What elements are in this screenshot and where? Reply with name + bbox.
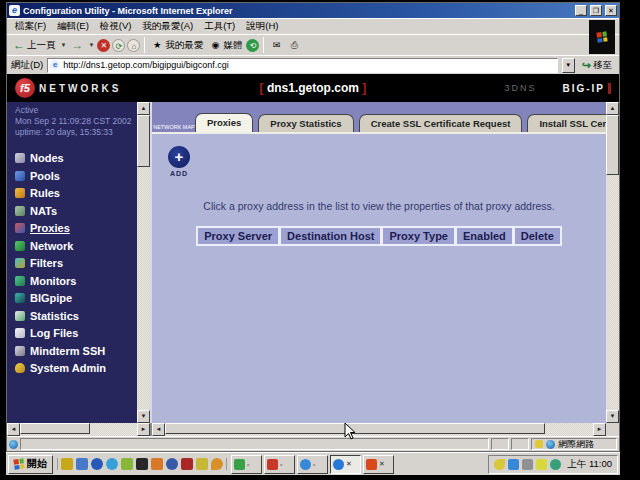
refresh-button[interactable]: ⟳ bbox=[112, 39, 125, 52]
back-button[interactable]: ← 上一頁 bbox=[11, 37, 58, 53]
menu-tools[interactable]: 工具(T) bbox=[204, 20, 235, 33]
quicklaunch-icon-10[interactable] bbox=[196, 458, 208, 470]
forward-button[interactable]: → bbox=[69, 37, 85, 53]
browser-window: e Configuration Utility - Microsoft Inte… bbox=[6, 2, 620, 452]
home-button[interactable]: ⌂ bbox=[127, 39, 140, 52]
sidebar-hscroll-thumb[interactable] bbox=[20, 423, 90, 434]
task-button-2[interactable]: ▫ bbox=[264, 455, 295, 474]
sidebar-item-rules[interactable]: Rules bbox=[15, 187, 137, 199]
task-button-3[interactable]: ▫ bbox=[297, 455, 328, 474]
tray-icon-4[interactable] bbox=[536, 459, 547, 470]
menu-view[interactable]: 檢視(V) bbox=[100, 20, 132, 33]
quicklaunch-icon-2[interactable] bbox=[76, 458, 88, 470]
sidebar-hscrollbar[interactable]: ◄ ► bbox=[7, 423, 150, 436]
main-scrollbar[interactable]: ▲ ▼ bbox=[606, 102, 619, 423]
quicklaunch-icon-3[interactable] bbox=[91, 458, 103, 470]
title-bar[interactable]: e Configuration Utility - Microsoft Inte… bbox=[7, 3, 619, 18]
main-hscroll-track[interactable] bbox=[165, 423, 593, 436]
sidebar-scrollbar[interactable]: ▲ ▼ bbox=[137, 102, 150, 423]
sidebar-scroll-track[interactable] bbox=[137, 115, 150, 410]
stop-button[interactable]: ✕ bbox=[97, 39, 110, 52]
forward-dropdown[interactable]: ▼ bbox=[87, 42, 95, 48]
task-button-5[interactable]: ✕ bbox=[363, 455, 394, 474]
mail-icon: ✉ bbox=[270, 39, 282, 51]
menu-file[interactable]: 檔案(F) bbox=[15, 20, 46, 33]
sidebar-item-pools[interactable]: Pools bbox=[15, 170, 137, 182]
sidebar-item-proxies[interactable]: Proxies bbox=[15, 222, 137, 234]
quicklaunch-icon-6[interactable] bbox=[136, 458, 148, 470]
scroll-left-icon[interactable]: ◄ bbox=[152, 423, 165, 436]
add-proxy-button[interactable]: + ADD bbox=[168, 146, 190, 177]
sidebar-item-nats[interactable]: NATs bbox=[15, 205, 137, 217]
quicklaunch-icon-4[interactable] bbox=[106, 458, 118, 470]
system-status: Active bbox=[15, 105, 137, 116]
minimize-button[interactable]: _ bbox=[575, 5, 587, 16]
tray-icon-5[interactable] bbox=[550, 459, 561, 470]
main-scroll-thumb[interactable] bbox=[606, 115, 619, 175]
menu-favorites[interactable]: 我的最愛(A) bbox=[142, 20, 193, 33]
media-button[interactable]: ◉ 媒體 bbox=[207, 38, 244, 53]
tab-install-ssl-certificate[interactable]: Install SSL Certifi bbox=[527, 114, 606, 132]
task-button-1[interactable]: ▫ bbox=[231, 455, 262, 474]
tab-proxies[interactable]: Proxies bbox=[195, 113, 253, 132]
address-dropdown[interactable]: ▼ bbox=[562, 58, 575, 73]
add-icon: + bbox=[168, 146, 190, 168]
menu-bar: 檔案(F) 編輯(E) 檢視(V) 我的最愛(A) 工具(T) 說明(H) bbox=[7, 18, 619, 34]
product-bigip-label: BIG-IP bbox=[562, 83, 611, 94]
print-button[interactable]: ⎙ bbox=[286, 38, 302, 52]
menu-help[interactable]: 說明(H) bbox=[246, 20, 278, 33]
back-dropdown[interactable]: ▼ bbox=[60, 42, 68, 48]
network-map-button[interactable]: NETWORK MAP bbox=[153, 124, 195, 132]
address-input[interactable]: e http://dns1.getop.com/bigipgui/bigconf… bbox=[47, 58, 558, 73]
sidebar-item-bigpipe[interactable]: BIGpipe bbox=[15, 292, 137, 304]
quicklaunch-icon-7[interactable] bbox=[151, 458, 163, 470]
menu-edit[interactable]: 編輯(E) bbox=[57, 20, 89, 33]
rules-icon bbox=[15, 188, 25, 198]
main-hscrollbar[interactable]: ◄ ► bbox=[152, 423, 606, 436]
sidebar-item-filters[interactable]: Filters bbox=[15, 257, 137, 269]
favorites-button[interactable]: ★ 我的最愛 bbox=[149, 38, 205, 53]
tray-icon-1[interactable] bbox=[494, 459, 505, 470]
go-label: 移至 bbox=[593, 59, 612, 72]
sidebar-scroll-thumb[interactable] bbox=[137, 115, 150, 167]
sidebar-item-system-admin[interactable]: System Admin bbox=[15, 362, 137, 374]
quicklaunch-icon-11[interactable] bbox=[211, 458, 223, 470]
network-map-label: NETWORK MAP bbox=[153, 124, 195, 130]
status-message-panel bbox=[20, 438, 489, 450]
quicklaunch-icon-1[interactable] bbox=[61, 458, 73, 470]
start-button[interactable]: 開始 bbox=[8, 455, 53, 474]
horizontal-scroll-row: ◄ ► ◄ ► bbox=[7, 423, 619, 436]
scroll-left-icon[interactable]: ◄ bbox=[7, 423, 20, 436]
scroll-up-icon[interactable]: ▲ bbox=[606, 102, 619, 115]
sidebar-item-network[interactable]: Network bbox=[15, 240, 137, 252]
sidebar-item-monitors[interactable]: Monitors bbox=[15, 275, 137, 287]
scroll-up-icon[interactable]: ▲ bbox=[137, 102, 150, 115]
tab-create-ssl-certificate-request[interactable]: Create SSL Certificate Request bbox=[359, 114, 523, 132]
sidebar-hscroll-track[interactable] bbox=[20, 423, 137, 436]
mail-button[interactable]: ✉ bbox=[268, 38, 284, 52]
main-scroll-track[interactable] bbox=[606, 115, 619, 410]
close-button[interactable]: ✕ bbox=[605, 5, 617, 16]
tray-icon-2[interactable] bbox=[508, 459, 519, 470]
scroll-down-icon[interactable]: ▼ bbox=[137, 410, 150, 423]
sidebar-item-nodes[interactable]: Nodes bbox=[15, 152, 137, 164]
task-button-ie-active[interactable]: ✕ bbox=[330, 455, 361, 474]
sidebar-item-mindterm-ssh[interactable]: Mindterm SSH bbox=[15, 345, 137, 357]
history-button[interactable]: ⟲ bbox=[246, 39, 259, 52]
sidebar-item-statistics[interactable]: Statistics bbox=[15, 310, 137, 322]
tray-icon-3[interactable] bbox=[522, 459, 533, 470]
task-icon bbox=[234, 459, 245, 470]
system-uptime: uptime: 20 days, 15:35:33 bbox=[15, 127, 137, 138]
task-icon bbox=[366, 459, 377, 470]
scroll-down-icon[interactable]: ▼ bbox=[606, 410, 619, 423]
quicklaunch-icon-9[interactable] bbox=[181, 458, 193, 470]
desktop: e Configuration Utility - Microsoft Inte… bbox=[6, 2, 620, 475]
scroll-right-icon[interactable]: ► bbox=[593, 423, 606, 436]
sidebar-item-log-files[interactable]: Log Files bbox=[15, 327, 137, 339]
quicklaunch-icon-5[interactable] bbox=[121, 458, 133, 470]
quicklaunch-icon-8[interactable] bbox=[166, 458, 178, 470]
scroll-right-icon[interactable]: ► bbox=[137, 423, 150, 436]
maximize-button[interactable]: ❐ bbox=[590, 5, 602, 16]
tab-proxy-statistics[interactable]: Proxy Statistics bbox=[258, 114, 353, 132]
go-button[interactable]: ↪ 移至 bbox=[579, 59, 615, 72]
